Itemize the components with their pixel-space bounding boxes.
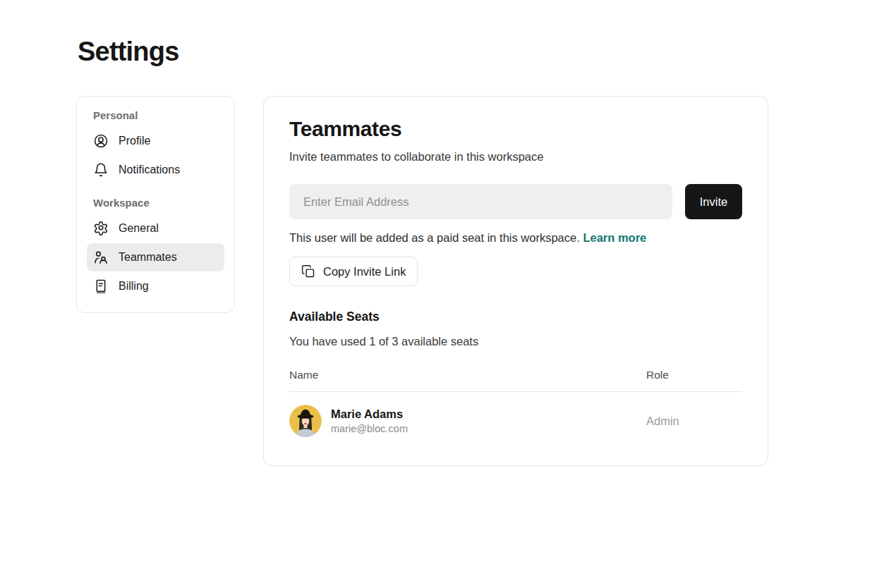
sidebar-item-teammates[interactable]: Teammates [87, 243, 224, 271]
avatar-illustration [289, 405, 322, 437]
member-name-cell: Marie Adams marie@bloc.com [289, 405, 646, 437]
member-role: Admin [646, 415, 742, 428]
column-header-name: Name [289, 369, 646, 381]
users-icon [93, 250, 109, 265]
receipt-icon [93, 278, 109, 294]
teammates-panel: Teammates Invite teammates to collaborat… [263, 96, 768, 466]
bell-icon [93, 162, 109, 178]
sidebar-item-label: General [119, 222, 159, 235]
sidebar-section-workspace: Workspace [87, 197, 224, 209]
member-name: Marie Adams [331, 408, 408, 421]
available-seats-heading: Available Seats [289, 310, 742, 324]
paid-seat-note: This user will be added as a paid seat i… [289, 231, 742, 245]
column-header-role: Role [646, 369, 742, 381]
seats-usage-text: You have used 1 of 3 available seats [289, 335, 742, 348]
email-input[interactable] [289, 184, 672, 219]
paid-seat-note-text: This user will be added as a paid seat i… [289, 231, 580, 244]
sidebar-section-personal: Personal [87, 109, 224, 121]
member-identity: Marie Adams marie@bloc.com [331, 408, 408, 434]
copy-invite-link-label: Copy Invite Link [323, 265, 406, 278]
copy-icon [301, 264, 315, 278]
sidebar-item-label: Profile [119, 135, 150, 147]
learn-more-link[interactable]: Learn more [583, 231, 646, 244]
members-table-header: Name Role [289, 369, 742, 392]
sidebar-item-label: Teammates [119, 251, 177, 264]
sidebar-item-general[interactable]: General [87, 214, 224, 243]
panel-title: Teammates [289, 117, 742, 141]
panel-subtitle: Invite teammates to collaborate in this … [289, 150, 742, 164]
content-area: Personal Profile Notifications Workspace… [76, 96, 872, 466]
table-row: Marie Adams marie@bloc.com Admin [289, 405, 742, 437]
sidebar-item-notifications[interactable]: Notifications [87, 156, 224, 184]
invite-button[interactable]: Invite [685, 184, 742, 219]
invite-row: Invite [289, 184, 742, 219]
copy-invite-link-button[interactable]: Copy Invite Link [289, 257, 418, 286]
sidebar-item-label: Billing [119, 280, 149, 293]
sidebar-item-label: Notifications [119, 164, 180, 176]
sidebar-item-billing[interactable]: Billing [87, 272, 224, 300]
member-email: marie@bloc.com [331, 423, 408, 434]
gear-icon [93, 221, 109, 236]
page-title: Settings [78, 37, 872, 67]
avatar [289, 405, 322, 437]
settings-page: Settings Personal Profile Notifications … [0, 0, 872, 466]
user-circle-icon [93, 133, 109, 149]
sidebar-item-profile[interactable]: Profile [87, 127, 224, 155]
settings-sidebar: Personal Profile Notifications Workspace… [76, 96, 235, 313]
